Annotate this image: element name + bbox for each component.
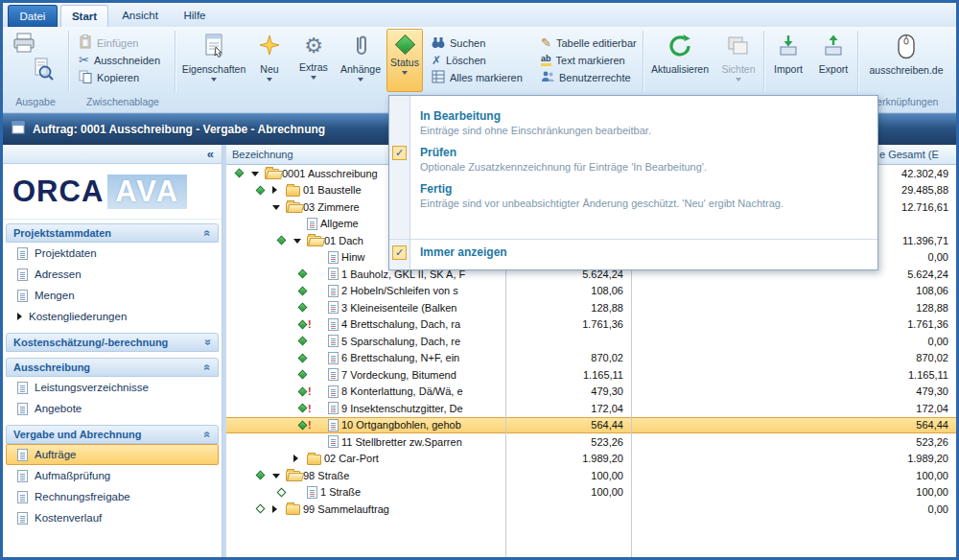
tree-row[interactable]: 3 Kleineisenteile (Balken128,88128,88 <box>226 299 956 316</box>
views-button[interactable]: Sichten <box>715 29 761 92</box>
export-button[interactable]: Export <box>811 29 855 92</box>
document-icon <box>328 251 339 264</box>
collapse-sidebar-button[interactable]: « <box>207 147 214 161</box>
sidebar-section-header-kostensch-tzung-berechnung[interactable]: Kostenschätzung/-berechnung« <box>6 333 219 352</box>
status-diamond-icon <box>298 269 308 279</box>
amount-col2: 564,44 <box>631 419 956 431</box>
amount-col1: 172,04 <box>505 403 631 414</box>
sidebar-item-label: Mengen <box>35 290 75 301</box>
ausschreiben-de-button[interactable]: ausschreiben.de <box>861 29 951 92</box>
collapse-caret-icon[interactable] <box>272 474 280 478</box>
refresh-button[interactable]: Aktualisieren <box>646 29 713 92</box>
sidebar-item-label: Adressen <box>35 268 82 280</box>
paste-button[interactable]: Einfügen <box>76 35 175 51</box>
status-marker-slot <box>255 505 269 512</box>
status-button[interactable]: Status <box>386 29 423 92</box>
status-diamond-icon <box>298 319 308 329</box>
sidebar-item-angebote[interactable]: Angebote <box>6 398 219 419</box>
column-header-bezeichnung[interactable]: Bezeichnung <box>232 145 293 165</box>
amount-col2: 0,00 <box>631 336 956 347</box>
status-menu-item-pr-fen[interactable]: ✓PrüfenOptionale Zusatzkennzeichnung für… <box>389 146 877 182</box>
group-label-ausgabe: Ausgabe <box>3 96 68 109</box>
sidebar-item-aufma-pr-fung[interactable]: Aufmaßprüfung <box>6 465 219 486</box>
tree-row[interactable]: 2 Hobeln/Schleifen von s108,06108,06 <box>226 283 956 300</box>
tab-datei[interactable]: Datei <box>8 5 58 27</box>
tree-row-text: 98 Straße <box>303 470 349 481</box>
highlighter-icon: ab <box>541 55 551 66</box>
sidebar-item-kostengliederungen[interactable]: Kostengliederungen <box>6 306 219 327</box>
sidebar-item-leistungsverzeichnisse[interactable]: Leistungsverzeichnisse <box>6 377 219 398</box>
tree-row[interactable]: !4 Brettschalung, Dach, ra1.761,361.761,… <box>226 316 956 334</box>
dropdown-caret-icon <box>358 78 363 82</box>
document-icon <box>17 449 28 461</box>
tree-row[interactable]: 1 Straße100,00100,00 <box>226 484 956 502</box>
tree-row-label-cell: !9 Insektenschutzgitter, De <box>226 400 505 417</box>
print-preview-icon <box>33 58 54 84</box>
print-preview-button[interactable] <box>29 58 58 84</box>
cut-button[interactable]: ✂ Ausschneiden <box>76 52 175 68</box>
status-menu-item-in-bearbeitung[interactable]: In BearbeitungEinträge sind ohne Einschr… <box>389 109 877 146</box>
print-button[interactable] <box>10 33 38 58</box>
tree-row[interactable]: 99 Sammelauftrag0,00 <box>226 501 956 518</box>
table-editable-button[interactable]: ✎ Tabelle editierbar <box>538 35 640 51</box>
sidebar-header: « <box>3 145 222 164</box>
sidebar-section-header-ausschreibung[interactable]: Ausschreibung« <box>6 358 219 377</box>
status-marker-slot <box>276 237 291 244</box>
sidebar-item-projektdaten[interactable]: Projektdaten <box>6 243 219 264</box>
document-icon <box>307 218 317 230</box>
amount-col2: 172,04 <box>631 403 956 414</box>
tree-row[interactable]: 11 Stellbretter zw.Sparren523,26523,26 <box>226 433 956 451</box>
mark-text-button[interactable]: ab Text markieren <box>538 52 640 68</box>
status-menu-item-fertig[interactable]: FertigEinträge sind vor unbeabsichtigter… <box>389 182 877 239</box>
tab-hilfe[interactable]: Hilfe <box>174 5 216 27</box>
column-header-gesamt[interactable]: e Gesamt (E <box>879 145 939 165</box>
extras-button[interactable]: ⚙ Extras <box>292 29 335 92</box>
expand-caret-icon[interactable] <box>293 455 298 462</box>
sidebar-item-kostenverlauf[interactable]: Kostenverlauf <box>6 507 219 528</box>
binoculars-icon <box>432 35 445 51</box>
properties-icon <box>203 34 224 60</box>
tree-row-text: 3 Kleineisenteile (Balken <box>341 302 456 314</box>
collapse-caret-icon[interactable] <box>251 172 259 176</box>
tree-row[interactable]: 6 Brettschalung, N+F, ein870,02870,02 <box>226 350 956 367</box>
folder-icon <box>286 471 300 481</box>
tree-row-label-cell: 1 Straße <box>226 484 505 502</box>
amount-col2: 100,00 <box>631 470 956 481</box>
sidebar-item-auftr-ge[interactable]: Aufträge <box>6 444 219 465</box>
expand-caret-icon[interactable] <box>272 186 277 194</box>
tab-ansicht[interactable]: Ansicht <box>112 5 168 27</box>
tree-row[interactable]: 98 Straße100,00100,00 <box>226 467 956 484</box>
tree-row[interactable]: !8 Konterlattung, Dä/Wä, e479,30479,30 <box>226 384 956 401</box>
search-button[interactable]: Suchen <box>429 35 534 51</box>
tree-row[interactable]: !10 Ortgangbohlen, gehob564,44564,44 <box>226 417 956 434</box>
sidebar-section-header-vergabe-und-abrechnung[interactable]: Vergabe und Abrechnung« <box>6 425 219 444</box>
properties-button[interactable]: Eigenschaften <box>181 29 246 92</box>
status-menu-item-title: Prüfen <box>420 146 866 160</box>
new-button[interactable]: Neu <box>248 29 291 92</box>
tree-row[interactable]: !9 Insektenschutzgitter, De172,04172,04 <box>226 400 956 417</box>
collapse-caret-icon[interactable] <box>293 239 301 244</box>
tree-row[interactable]: 5 Sparschalung, Dach, re0,00 <box>226 333 956 350</box>
checkmark-icon[interactable]: ✓ <box>392 146 407 160</box>
checkmark-icon[interactable]: ✓ <box>392 245 407 260</box>
collapse-caret-icon[interactable] <box>272 205 280 210</box>
attachments-button[interactable]: Anhänge <box>337 29 385 92</box>
tree-row[interactable]: 7 Vordeckung, Bitumend1.165,111.165,11 <box>226 366 956 384</box>
document-icon <box>17 290 28 302</box>
tree-row[interactable]: 02 Car-Port1.989,201.989,20 <box>226 451 956 468</box>
select-all-button[interactable]: Alles markieren <box>429 69 534 85</box>
copy-button[interactable]: Kopieren <box>76 69 175 85</box>
user-rights-button[interactable]: Benutzerrechte <box>538 69 640 85</box>
delete-button[interactable]: ✗ Löschen <box>429 52 534 68</box>
sidebar-item-rechnungsfreigabe[interactable]: Rechnungsfreigabe <box>6 486 219 507</box>
amount-col1: 1.165,11 <box>505 369 631 381</box>
status-diamond-icon <box>235 169 245 178</box>
expand-caret-icon[interactable] <box>272 505 277 513</box>
import-button[interactable]: Import <box>767 29 809 92</box>
document-icon <box>328 301 339 314</box>
sidebar-item-adressen[interactable]: Adressen <box>6 264 219 285</box>
tab-start[interactable]: Start <box>60 5 108 27</box>
status-menu-footer[interactable]: ✓ Immer anzeigen <box>389 239 877 264</box>
sidebar-section-header-projektstammdaten[interactable]: Projektstammdaten« <box>6 223 219 243</box>
sidebar-item-mengen[interactable]: Mengen <box>6 285 219 306</box>
